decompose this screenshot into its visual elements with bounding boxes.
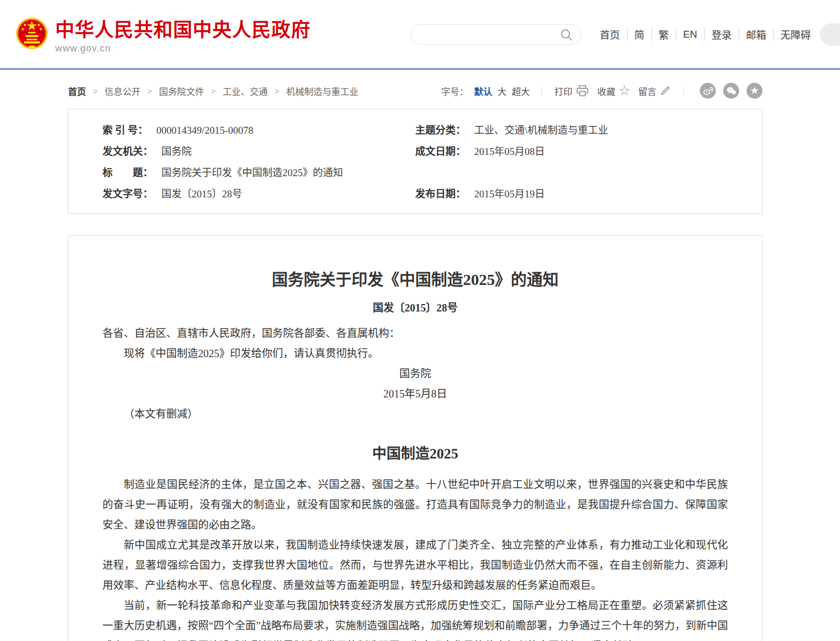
floating-widget[interactable] <box>820 23 840 46</box>
nav-english[interactable]: EN <box>676 29 704 40</box>
share-star-icon[interactable]: ★ <box>747 83 762 99</box>
nav-login[interactable]: 登录 <box>704 27 739 41</box>
chevron-right-icon: > <box>93 86 98 96</box>
nav-simplified[interactable]: 简 <box>627 27 652 41</box>
meta-label: 标 题： <box>102 162 153 184</box>
comment-button[interactable]: 留言 <box>638 84 671 98</box>
meta-label: 发文字号： <box>102 184 153 205</box>
body-paragraph: 当前，新一轮科技革命和产业变革与我国加快转变经济发展方式形成历史性交汇，国际产业… <box>102 595 728 641</box>
abridged-note: （本文有删减） <box>102 404 728 424</box>
logo-text: 中华人民共和国中央人民政府 www.gov.cn <box>55 14 311 54</box>
metadata-right-column: 主题分类： 工业、交通\机械制造与重工业 成文日期： 2015年05月08日 发… <box>415 120 762 205</box>
document-metadata: 索 引 号： 000014349/2015-00078 发文机关： 国务院 标 … <box>68 109 762 214</box>
breadcrumb-machinery-heavy-industry[interactable]: 机械制造与重工业 <box>286 84 358 98</box>
print-label: 打印 <box>554 84 572 98</box>
meta-value: 国务院关于印发《中国制造2025》的通知 <box>161 162 343 184</box>
salutation-line: 各省、自治区、直辖市人民政府，国务院各部委、各直属机构： <box>102 323 728 343</box>
print-button[interactable]: 打印 <box>554 84 589 98</box>
search-input[interactable] <box>411 25 581 44</box>
meta-label: 主题分类： <box>415 120 466 141</box>
printer-icon <box>576 85 589 97</box>
font-size-large[interactable]: 大 <box>498 84 507 98</box>
divider <box>683 86 684 95</box>
meta-label: 发布日期： <box>415 184 466 205</box>
document-number: 国发〔2015〕28号 <box>102 299 728 315</box>
meta-value: 2015年05月08日 <box>474 141 545 162</box>
chevron-right-icon: > <box>211 86 216 96</box>
pencil-icon <box>660 85 671 96</box>
breadcrumb-info-disclosure[interactable]: 信息公开 <box>105 84 141 98</box>
divider <box>541 86 542 95</box>
sign-date-line: 2015年5月8日 <box>102 384 728 404</box>
font-size-label: 字号： <box>441 84 468 98</box>
meta-value: 2015年05月19日 <box>474 184 545 205</box>
metadata-left-column: 索 引 号： 000014349/2015-00078 发文机关： 国务院 标 … <box>68 120 415 205</box>
top-nav: 首页 简 繁 EN 登录 邮箱 无障碍 <box>593 27 818 41</box>
chevron-right-icon: > <box>148 86 152 96</box>
body-paragraph: 制造业是国民经济的主体，是立国之本、兴国之器、强国之基。十八世纪中叶开启工业文明… <box>102 474 728 535</box>
toolbar-row: 首页 > 信息公开 > 国务院文件 > 工业、交通 > 机械制造与重工业 字号：… <box>68 81 762 100</box>
font-size-xlarge[interactable]: 超大 <box>512 84 530 98</box>
body-paragraph: 新中国成立尤其是改革开放以来，我国制造业持续快速发展，建成了门类齐全、独立完整的… <box>102 535 728 595</box>
site-logo[interactable]: 中华人民共和国中央人民政府 www.gov.cn <box>16 14 311 54</box>
meta-label: 索 引 号： <box>102 120 148 141</box>
nav-accessibility[interactable]: 无障碍 <box>773 27 818 41</box>
meta-value: 国发〔2015〕28号 <box>161 184 242 205</box>
breadcrumb-state-council-docs[interactable]: 国务院文件 <box>159 84 204 98</box>
social-share: ★ <box>700 83 762 99</box>
site-url: www.gov.cn <box>55 43 311 54</box>
font-size-default[interactable]: 默认 <box>474 84 492 98</box>
favorite-label: 收藏 <box>597 84 615 98</box>
comment-label: 留言 <box>638 84 656 98</box>
meta-value: 工业、交通\机械制造与重工业 <box>474 120 608 141</box>
favorite-button[interactable]: 收藏 ☆ <box>597 84 630 98</box>
nav-mailbox[interactable]: 邮箱 <box>739 27 773 41</box>
search-box <box>410 24 581 45</box>
meta-row-subject-category: 主题分类： 工业、交通\机械制造与重工业 <box>415 120 762 141</box>
document-content: 国务院关于印发《中国制造2025》的通知 国发〔2015〕28号 各省、自治区、… <box>68 235 762 641</box>
meta-row-issuing-agency: 发文机关： 国务院 <box>102 141 415 162</box>
site-header: 中华人民共和国中央人民政府 www.gov.cn 首页 简 繁 EN 登录 邮箱… <box>0 0 840 70</box>
weibo-icon[interactable] <box>700 83 716 99</box>
section-title: 中国制造2025 <box>102 442 728 463</box>
breadcrumb-home[interactable]: 首页 <box>68 84 86 98</box>
signer-line: 国务院 <box>102 363 728 384</box>
meta-value: 国务院 <box>161 141 192 162</box>
meta-label: 成文日期： <box>415 141 466 162</box>
meta-label: 发文机关： <box>102 141 153 162</box>
breadcrumb: 首页 > 信息公开 > 国务院文件 > 工业、交通 > 机械制造与重工业 <box>68 84 358 98</box>
meta-value: 000014349/2015-00078 <box>157 120 254 141</box>
search-icon[interactable] <box>560 28 573 42</box>
meta-row-title: 标 题： 国务院关于印发《中国制造2025》的通知 <box>102 162 415 184</box>
site-title: 中华人民共和国中央人民政府 <box>55 14 311 42</box>
meta-row-document-number: 发文字号： 国发〔2015〕28号 <box>102 184 415 205</box>
chevron-right-icon: > <box>275 86 279 96</box>
page: 中华人民共和国中央人民政府 www.gov.cn 首页 简 繁 EN 登录 邮箱… <box>0 0 840 641</box>
meta-row-written-date: 成文日期： 2015年05月08日 <box>415 141 762 162</box>
header-right: 首页 简 繁 EN 登录 邮箱 无障碍 <box>410 24 818 45</box>
star-outline-icon: ☆ <box>619 85 630 96</box>
breadcrumb-industry-transport[interactable]: 工业、交通 <box>222 84 268 98</box>
document-body: 各省、自治区、直辖市人民政府，国务院各部委、各直属机构： 现将《中国制造2025… <box>102 323 728 641</box>
meta-row-index-number: 索 引 号： 000014349/2015-00078 <box>102 120 415 141</box>
meta-row-publish-date: 发布日期： 2015年05月19日 <box>415 184 762 205</box>
page-tools: 字号： 默认 大 超大 打印 收藏 ☆ 留言 <box>441 83 762 99</box>
nav-traditional[interactable]: 繁 <box>652 27 676 41</box>
intro-line: 现将《中国制造2025》印发给你们，请认真贯彻执行。 <box>102 343 728 363</box>
nav-home[interactable]: 首页 <box>593 27 627 41</box>
document-title: 国务院关于印发《中国制造2025》的通知 <box>102 266 728 290</box>
wechat-icon[interactable] <box>723 83 739 99</box>
national-emblem-icon <box>16 16 48 53</box>
